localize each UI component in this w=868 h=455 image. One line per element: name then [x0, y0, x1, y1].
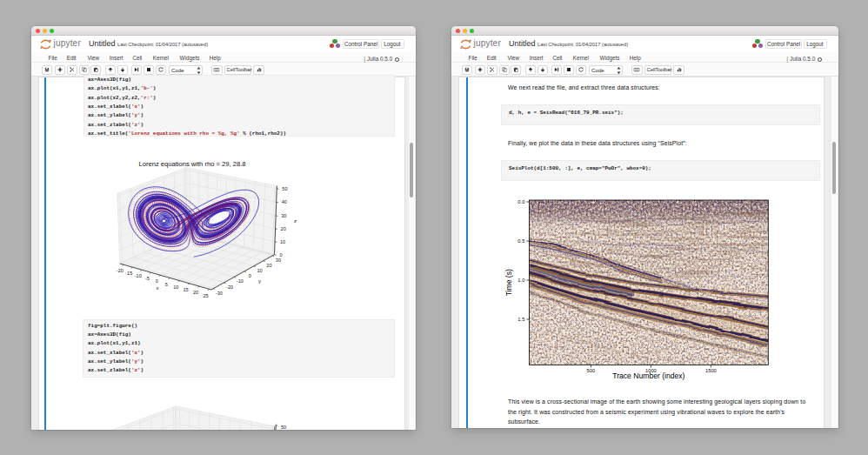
svg-text:-5: -5	[145, 276, 150, 281]
svg-text:0.5: 0.5	[517, 238, 524, 244]
svg-text:40: 40	[282, 199, 287, 204]
svg-text:5: 5	[165, 282, 168, 287]
svg-text:-20: -20	[117, 268, 124, 273]
svg-text:20: 20	[266, 263, 271, 268]
svg-text:0.0: 0.0	[517, 199, 524, 204]
svg-text:0: 0	[156, 278, 158, 284]
svg-text:50: 50	[282, 186, 287, 191]
svg-text:Time (s): Time (s)	[504, 269, 513, 296]
svg-text:25: 25	[203, 293, 208, 298]
svg-text:-20: -20	[226, 284, 233, 290]
svg-text:30: 30	[281, 213, 286, 218]
svg-text:-15: -15	[125, 271, 132, 276]
svg-text:20: 20	[281, 226, 286, 231]
svg-text:z: z	[294, 217, 297, 224]
svg-text:20: 20	[193, 290, 198, 295]
svg-text:50: 50	[281, 425, 286, 430]
svg-text:0: 0	[249, 273, 251, 278]
svg-text:x: x	[157, 284, 160, 291]
svg-text:-30: -30	[216, 291, 223, 296]
svg-text:10: 10	[280, 239, 285, 244]
svg-text:10: 10	[257, 268, 262, 273]
svg-text:500: 500	[587, 368, 596, 373]
svg-text:y: y	[258, 278, 262, 284]
svg-text:0: 0	[280, 252, 283, 258]
svg-text:15: 15	[183, 287, 188, 292]
svg-text:10: 10	[173, 284, 178, 290]
svg-text:1500: 1500	[705, 368, 717, 373]
svg-text:-10: -10	[237, 278, 244, 284]
svg-text:Trace Number (index): Trace Number (index)	[612, 371, 684, 380]
svg-text:1.0: 1.0	[517, 278, 524, 283]
svg-text:1.5: 1.5	[517, 317, 524, 322]
svg-text:30: 30	[276, 258, 281, 263]
svg-text:-10: -10	[135, 273, 142, 278]
